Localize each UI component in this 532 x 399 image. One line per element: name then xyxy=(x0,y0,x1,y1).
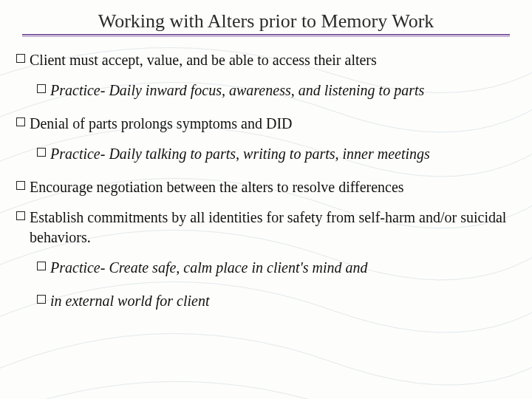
bullet-text: Practice- Create safe, calm place in cli… xyxy=(50,258,368,278)
checkbox-icon xyxy=(37,84,46,93)
bullet-4-sub-a: Practice- Create safe, calm place in cli… xyxy=(37,258,516,278)
checkbox-icon xyxy=(16,54,25,63)
slide-body: Client must accept, value, and be able t… xyxy=(16,50,516,311)
title-underline xyxy=(22,34,510,37)
checkbox-icon xyxy=(37,262,46,270)
checkbox-icon xyxy=(16,181,25,190)
bullet-2-sub: Practice- Daily talking to parts, writin… xyxy=(37,144,516,164)
bullet-text: Denial of parts prolongs symptoms and DI… xyxy=(30,114,293,134)
bullet-1-sub: Practice- Daily inward focus, awareness,… xyxy=(37,81,516,100)
checkbox-icon xyxy=(37,148,46,157)
bullet-4: Establish commitments by all identities … xyxy=(16,208,516,248)
bullet-2: Denial of parts prolongs symptoms and DI… xyxy=(16,114,516,134)
bullet-text: Practice- Daily talking to parts, writin… xyxy=(50,144,430,164)
bullet-text: Establish commitments by all identities … xyxy=(30,208,516,248)
bullet-text: Practice- Daily inward focus, awareness,… xyxy=(50,81,424,100)
bullet-text: Client must accept, value, and be able t… xyxy=(30,50,377,70)
bullet-text: Encourage negotiation between the alters… xyxy=(30,177,404,197)
checkbox-icon xyxy=(16,117,25,126)
bullet-text: in external world for client xyxy=(50,291,210,311)
bullet-1: Client must accept, value, and be able t… xyxy=(16,50,516,70)
slide: Working with Alters prior to Memory Work… xyxy=(0,0,532,399)
bullet-4-sub-b: in external world for client xyxy=(37,291,516,311)
bullet-3: Encourage negotiation between the alters… xyxy=(16,177,516,197)
checkbox-icon xyxy=(37,295,46,304)
checkbox-icon xyxy=(16,211,25,220)
slide-title: Working with Alters prior to Memory Work xyxy=(16,10,516,35)
